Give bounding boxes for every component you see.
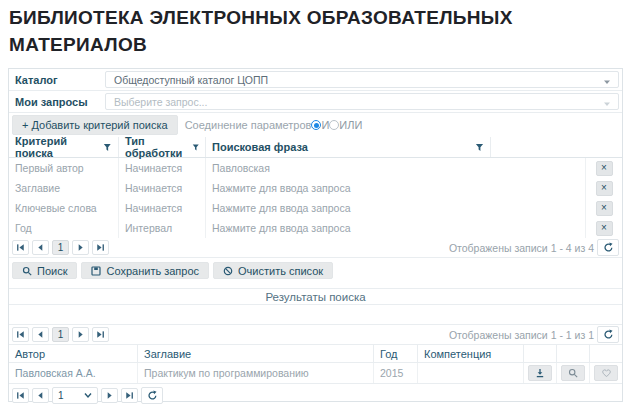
criterion-cell[interactable]: Первый автор <box>9 158 119 178</box>
delete-criterion-button[interactable]: × <box>596 181 613 196</box>
next-page-button[interactable] <box>101 388 118 403</box>
clear-list-button[interactable]: Очистить список <box>213 262 333 279</box>
last-page-icon <box>125 391 134 400</box>
column-label: Тип обработки <box>125 135 192 159</box>
first-page-button[interactable] <box>12 240 29 255</box>
type-cell[interactable]: Начинается <box>119 198 206 218</box>
results-empty-band <box>9 305 622 325</box>
my-queries-select[interactable]: Выберите запрос... <box>105 93 619 110</box>
criteria-row: Год Интервал Нажмите для ввода запроса × <box>9 218 622 238</box>
result-row: Павловская А.А. Практикум по программиро… <box>9 363 622 384</box>
results-table-header: Автор Заглавие Год Компетенция <box>9 345 622 363</box>
competence-cell <box>418 363 524 383</box>
prev-page-icon <box>36 391 45 400</box>
title-cell: Практикум по программированию <box>138 363 374 383</box>
current-page-button[interactable]: 1 <box>52 327 69 342</box>
last-page-button[interactable] <box>92 240 109 255</box>
prev-page-button[interactable] <box>32 240 49 255</box>
type-cell[interactable]: Начинается <box>119 178 206 198</box>
join-params-label: Соединение параметров <box>185 119 312 131</box>
last-page-icon <box>96 243 105 252</box>
refresh-button[interactable] <box>597 239 619 256</box>
heart-icon <box>601 368 612 378</box>
column-header-view <box>557 345 590 362</box>
search-button[interactable]: Поиск <box>12 262 77 279</box>
column-header-actions <box>491 137 622 157</box>
column-header-phrase: Поисковая фраза <box>206 137 491 157</box>
delete-criterion-button[interactable]: × <box>596 201 613 216</box>
records-status: Отображены записи 1 - 1 из 1 <box>449 329 594 341</box>
phrase-cell[interactable]: Павловская <box>206 158 586 178</box>
delete-criterion-button[interactable]: × <box>596 161 613 176</box>
catalog-label: Каталог <box>9 69 105 90</box>
type-cell[interactable]: Интервал <box>119 218 206 238</box>
page-select[interactable]: 1 <box>52 387 98 404</box>
actions-bar: Поиск Сохранить запрос Очистить список <box>9 258 622 283</box>
criteria-pager: 1 Отображены записи 1 - 4 из 4 <box>9 238 622 258</box>
criteria-row: Ключевые слова Начинается Нажмите для вв… <box>9 198 622 218</box>
last-page-button[interactable] <box>92 327 109 342</box>
catalog-select[interactable]: Общедоступный каталог ЦОПП <box>105 71 619 88</box>
records-status: Отображены записи 1 - 4 из 4 <box>449 242 594 254</box>
criteria-table-header: Критерий поиска Тип обработки Поисковая … <box>9 137 622 158</box>
column-header-author: Автор <box>9 345 138 362</box>
view-record-button[interactable] <box>561 365 585 381</box>
search-icon <box>22 266 32 276</box>
join-or-label: ИЛИ <box>339 119 362 131</box>
radio-dot-icon <box>329 120 339 130</box>
author-cell: Павловская А.А. <box>9 363 138 383</box>
results-title: Результаты поиска <box>9 288 622 305</box>
column-header-criterion: Критерий поиска <box>9 137 119 157</box>
last-page-button[interactable] <box>121 388 138 403</box>
filter-icon[interactable] <box>192 143 199 152</box>
join-radio-or[interactable]: ИЛИ <box>329 119 362 131</box>
current-page-button[interactable]: 1 <box>52 240 69 255</box>
prev-page-button[interactable] <box>32 388 49 403</box>
phrase-cell[interactable]: Нажмите для ввода запроса <box>206 198 586 218</box>
phrase-cell[interactable]: Нажмите для ввода запроса <box>206 178 586 198</box>
next-page-icon <box>76 330 85 339</box>
prev-page-button[interactable] <box>32 327 49 342</box>
chevron-down-icon <box>84 392 92 399</box>
download-button[interactable] <box>528 365 552 381</box>
chevron-down-icon <box>603 100 611 108</box>
chevron-down-icon <box>603 78 611 86</box>
join-radio-and[interactable]: И <box>311 119 329 131</box>
page-title: БИБЛИОТЕКА ЭЛЕКТРОННЫХ ОБРАЗОВАТЕЛЬНЫХ М… <box>9 5 609 58</box>
page-select-value: 1 <box>58 390 64 401</box>
first-page-button[interactable] <box>12 327 29 342</box>
criterion-cell[interactable]: Заглавие <box>9 178 119 198</box>
refresh-button[interactable] <box>141 387 163 404</box>
prev-page-icon <box>36 330 45 339</box>
column-header-favorite <box>590 345 622 362</box>
first-page-button[interactable] <box>12 388 29 403</box>
filter-icon[interactable] <box>103 143 112 152</box>
magnifier-icon <box>568 368 578 378</box>
search-button-label: Поиск <box>37 265 67 277</box>
filter-icon[interactable] <box>475 143 484 152</box>
download-icon <box>535 368 545 378</box>
refresh-button[interactable] <box>597 326 619 343</box>
next-page-button[interactable] <box>72 240 89 255</box>
next-page-button[interactable] <box>72 327 89 342</box>
prev-page-icon <box>36 243 45 252</box>
criteria-row: Первый автор Начинается Павловская × <box>9 158 622 178</box>
save-icon <box>91 266 101 276</box>
column-header-year: Год <box>374 345 418 362</box>
search-panel: Каталог Общедоступный каталог ЦОПП Мои з… <box>8 68 623 402</box>
phrase-cell[interactable]: Нажмите для ввода запроса <box>206 218 586 238</box>
add-criterion-button[interactable]: + Добавить критерий поиска <box>12 115 178 135</box>
type-cell[interactable]: Начинается <box>119 158 206 178</box>
favorite-button[interactable] <box>594 365 618 381</box>
clear-list-button-label: Очистить список <box>238 265 323 277</box>
last-page-icon <box>96 330 105 339</box>
my-queries-placeholder: Выберите запрос... <box>114 96 207 108</box>
save-query-button-label: Сохранить запрос <box>106 265 199 277</box>
refresh-icon <box>147 390 158 401</box>
join-and-label: И <box>321 119 329 131</box>
criterion-cell[interactable]: Ключевые слова <box>9 198 119 218</box>
save-query-button[interactable]: Сохранить запрос <box>81 262 209 279</box>
column-label: Критерий поиска <box>15 135 103 159</box>
criterion-cell[interactable]: Год <box>9 218 119 238</box>
delete-criterion-button[interactable]: × <box>596 221 613 236</box>
